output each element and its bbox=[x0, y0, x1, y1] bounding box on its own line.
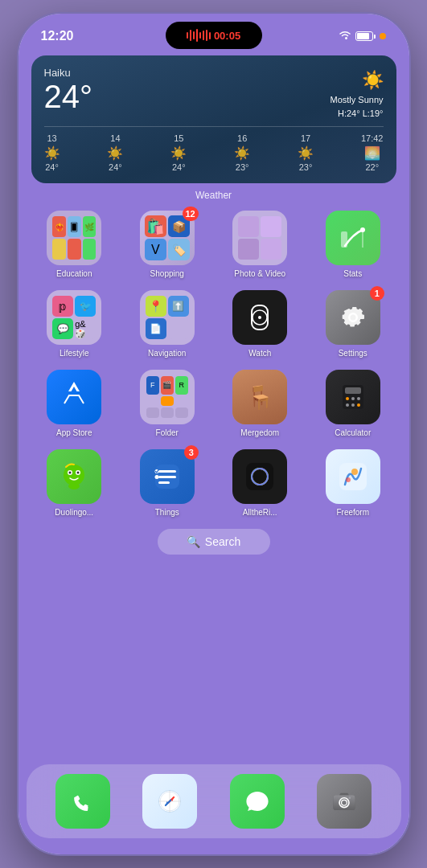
navigation-label: Navigation bbox=[148, 349, 186, 358]
mergedom-label: Mergedom bbox=[240, 428, 279, 438]
app-grid: ❤️‍🔥 🂠 🌿 Education bbox=[31, 211, 396, 518]
lifestyle-label: Lifestyle bbox=[60, 349, 89, 358]
app-navigation[interactable]: 📍 ⬆️ 📄 Navigation bbox=[124, 290, 211, 358]
svg-point-10 bbox=[346, 403, 349, 407]
svg-rect-22 bbox=[158, 481, 170, 484]
svg-point-31 bbox=[346, 477, 351, 482]
weather-forecast: 13 ☀️ 24° 14 ☀️ 24° 15 ☀️ 24° bbox=[44, 126, 384, 172]
waveform bbox=[187, 29, 211, 42]
app-photo-video[interactable]: Photo & Video bbox=[217, 211, 304, 279]
svg-point-43 bbox=[349, 796, 351, 799]
dock-messages[interactable] bbox=[230, 774, 285, 829]
weather-temp: 24° bbox=[44, 79, 93, 114]
app-freeform[interactable]: Freeform bbox=[310, 449, 396, 518]
svg-point-8 bbox=[351, 397, 355, 400]
svg-point-30 bbox=[351, 469, 358, 475]
things-badge: 3 bbox=[184, 445, 199, 460]
app-duolingo[interactable]: Duolingo... bbox=[31, 449, 118, 518]
weather-widget[interactable]: Haiku 24° ☀️ Mostly Sunny H:24° L:19° 13… bbox=[31, 55, 396, 183]
education-icon: ❤️‍🔥 🂠 🌿 bbox=[47, 211, 101, 265]
folder-label: Folder bbox=[156, 428, 179, 438]
phone-frame: 00:05 12:20 bbox=[17, 12, 411, 856]
settings-label: Settings bbox=[339, 349, 367, 358]
education-label: Education bbox=[56, 269, 92, 279]
app-folder[interactable]: F 🎬 R Folder bbox=[124, 370, 211, 438]
photo-label: Photo & Video bbox=[234, 269, 285, 279]
weather-city: Haiku bbox=[44, 67, 93, 79]
screen: 00:05 12:20 bbox=[18, 14, 409, 854]
status-time: 12:20 bbox=[41, 29, 74, 43]
navigation-icon: 📍 ⬆️ 📄 bbox=[140, 290, 195, 345]
svg-point-24 bbox=[154, 475, 158, 479]
recording-time: 00:05 bbox=[214, 30, 240, 42]
app-things[interactable]: 3 Things bbox=[124, 449, 211, 518]
watch-label: Watch bbox=[248, 349, 271, 358]
forecast-day-0: 13 ☀️ 24° bbox=[44, 133, 60, 172]
dock-phone[interactable] bbox=[55, 774, 110, 829]
folder-icon: F 🎬 R bbox=[140, 370, 195, 424]
freeform-label: Freeform bbox=[336, 508, 369, 518]
mergedom-icon: 🪑 bbox=[232, 370, 287, 424]
search-icon: 🔍 bbox=[187, 535, 200, 548]
forecast-day-4: 17 ☀️ 23° bbox=[298, 133, 314, 172]
svg-point-9 bbox=[357, 397, 360, 400]
dock-safari[interactable] bbox=[142, 774, 197, 829]
appstore-label: App Store bbox=[56, 428, 92, 438]
app-alltheri[interactable]: AlltheRi... bbox=[217, 449, 304, 518]
app-mergedom[interactable]: 🪑 Mergedom bbox=[217, 370, 304, 438]
dynamic-island: 00:05 bbox=[166, 22, 262, 49]
svg-rect-21 bbox=[158, 476, 176, 478]
watch-icon bbox=[232, 290, 287, 345]
shopping-label: Shopping bbox=[150, 269, 184, 279]
orange-dot bbox=[380, 33, 386, 39]
svg-point-1 bbox=[360, 227, 365, 232]
svg-point-14 bbox=[68, 483, 80, 489]
app-appstore[interactable]: App Store bbox=[31, 370, 118, 438]
search-label: Search bbox=[205, 535, 240, 548]
things-label: Things bbox=[155, 508, 179, 518]
forecast-day-5: 17:42 🌅 22° bbox=[361, 133, 384, 172]
app-education[interactable]: ❤️‍🔥 🂠 🌿 Education bbox=[31, 211, 118, 279]
forecast-day-2: 15 ☀️ 24° bbox=[170, 133, 187, 172]
lifestyle-icon: 𝕡 🐦 💬 g&🎲 bbox=[47, 290, 101, 345]
svg-rect-25 bbox=[246, 463, 273, 490]
forecast-day-1: 14 ☀️ 24° bbox=[107, 133, 123, 172]
scroll-area: Haiku 24° ☀️ Mostly Sunny H:24° L:19° 13… bbox=[18, 52, 409, 764]
stats-icon bbox=[326, 211, 380, 265]
weather-label: Weather bbox=[31, 190, 396, 201]
weather-highlow: H:24° L:19° bbox=[330, 107, 383, 121]
app-settings[interactable]: 1 Settings bbox=[310, 290, 396, 358]
dock-camera[interactable] bbox=[317, 774, 372, 829]
settings-badge: 1 bbox=[370, 286, 384, 301]
stats-label: Stats bbox=[343, 269, 362, 279]
svg-rect-20 bbox=[158, 470, 176, 473]
photo-icon bbox=[232, 211, 287, 265]
shopping-badge: 12 bbox=[183, 207, 199, 221]
svg-point-13 bbox=[64, 465, 84, 485]
duolingo-label: Duolingo... bbox=[55, 508, 93, 518]
search-bar: 🔍 Search bbox=[31, 529, 396, 555]
app-stats[interactable]: Stats bbox=[310, 211, 396, 279]
app-shopping[interactable]: 🛍️ 📦 V 🏷️ 12 Shopping bbox=[124, 211, 211, 279]
duolingo-icon bbox=[47, 449, 101, 504]
calculator-icon bbox=[326, 370, 380, 424]
search-button[interactable]: 🔍 Search bbox=[158, 529, 270, 555]
app-calculator[interactable]: Calculator bbox=[310, 370, 396, 438]
weather-right: ☀️ Mostly Sunny H:24° L:19° bbox=[330, 67, 383, 120]
battery-indicator bbox=[355, 31, 376, 41]
dock bbox=[27, 764, 401, 838]
svg-rect-6 bbox=[345, 387, 361, 394]
app-lifestyle[interactable]: 𝕡 🐦 💬 g&🎲 Lifestyle bbox=[31, 290, 118, 358]
svg-point-11 bbox=[351, 403, 355, 407]
appstore-icon bbox=[47, 370, 101, 424]
svg-point-12 bbox=[357, 403, 360, 407]
app-watch[interactable]: Watch bbox=[217, 290, 304, 358]
weather-condition: Mostly Sunny bbox=[330, 93, 383, 107]
freeform-icon bbox=[326, 449, 380, 504]
svg-point-18 bbox=[77, 472, 80, 474]
alltheri-label: AlltheRi... bbox=[243, 508, 277, 518]
status-right bbox=[339, 30, 386, 43]
svg-point-17 bbox=[69, 472, 72, 474]
svg-point-7 bbox=[346, 397, 349, 400]
alltheri-icon bbox=[232, 449, 287, 504]
